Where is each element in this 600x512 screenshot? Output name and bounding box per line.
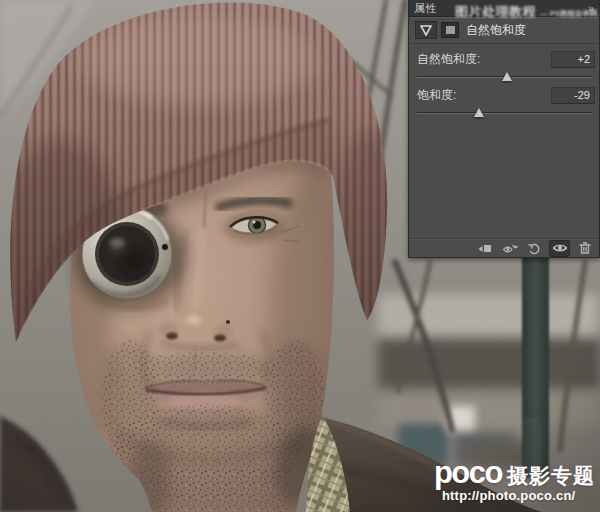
delete-icon[interactable]: [575, 241, 594, 256]
visibility-icon[interactable]: [550, 241, 569, 256]
poco-url-text: http://photo.poco.cn/: [442, 489, 595, 502]
vibrance-value-field[interactable]: +2: [551, 51, 595, 68]
clip-to-layer-icon[interactable]: [475, 241, 494, 256]
saturation-value-field[interactable]: -29: [551, 87, 595, 104]
collapse-panel-icon[interactable]: »: [588, 3, 594, 14]
saturation-label: 饱和度:: [417, 87, 456, 104]
adjustment-controls: 自然饱和度: +2 饱和度: -29: [409, 44, 599, 120]
saturation-slider-track[interactable]: [417, 112, 593, 114]
vibrance-row: 自然饱和度: +2: [417, 50, 595, 68]
reset-icon[interactable]: [525, 241, 544, 256]
vibrance-slider[interactable]: [417, 70, 593, 84]
layer-mask-thumbnail[interactable]: [441, 22, 459, 38]
saturation-slider-thumb[interactable]: [474, 108, 484, 117]
panel-footer: [409, 238, 599, 257]
properties-panel: 属性 » 图片处理教程 — PS教程自学网 — 自然饱和度 自然饱和度: +2: [408, 0, 600, 258]
saturation-slider[interactable]: [417, 106, 593, 120]
poco-suffix-text: 摄影专题: [507, 465, 595, 486]
photoshop-document-view: 属性 » 图片处理教程 — PS教程自学网 — 自然饱和度 自然饱和度: +2: [0, 0, 600, 512]
saturation-row: 饱和度: -29: [417, 86, 595, 104]
panel-tab-bar: 属性 »: [409, 0, 599, 17]
poco-watermark: poco 摄影专题 http://photo.poco.cn/: [434, 457, 595, 502]
vibrance-label: 自然饱和度:: [417, 51, 480, 68]
poco-brand-text: poco: [434, 457, 502, 488]
vibrance-triangle-icon: [415, 21, 437, 39]
adjustment-title: 自然饱和度: [466, 22, 526, 39]
vibrance-slider-thumb[interactable]: [502, 72, 512, 81]
view-previous-state-icon[interactable]: [500, 241, 519, 256]
adjustment-header: 自然饱和度: [409, 17, 599, 44]
tab-properties[interactable]: 属性: [414, 1, 438, 16]
